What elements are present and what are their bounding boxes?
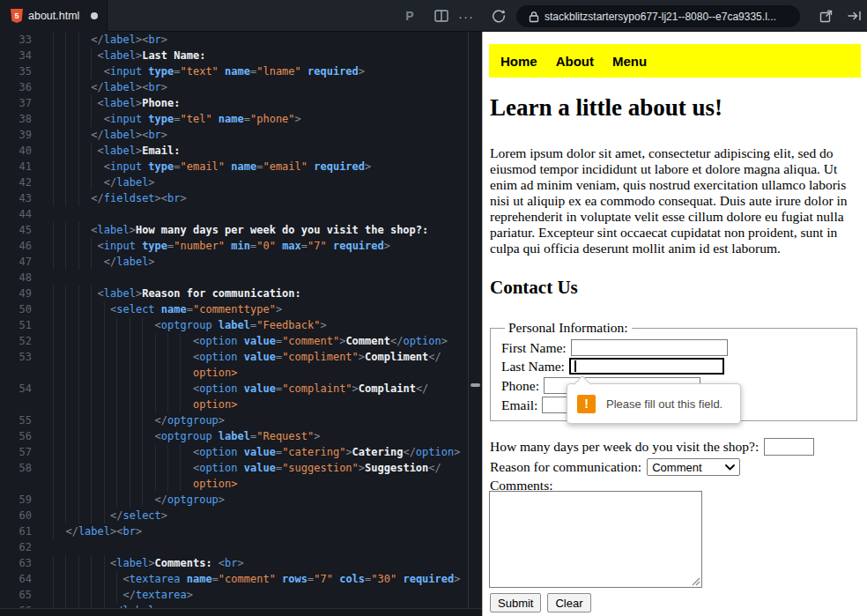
code-row[interactable]: 53<option value="compliment">Compliment<… bbox=[0, 349, 468, 365]
code-row[interactable]: 50<select name="commenttype"> bbox=[0, 301, 468, 317]
line-number: 51 bbox=[0, 317, 32, 333]
code-row[interactable]: 48 bbox=[0, 270, 468, 286]
code-row[interactable]: 38<input type="tel" name="phone"> bbox=[0, 111, 468, 127]
address-bar[interactable]: stackblitzstartersypo677-lj21--8080--e7c… bbox=[516, 5, 800, 27]
last-name-input[interactable] bbox=[569, 358, 724, 375]
code-text: <option value="compliment">Compliment</ bbox=[32, 349, 441, 365]
preview-nav-bar: HomeAboutMenu bbox=[489, 44, 861, 78]
arrow-to-bar-icon bbox=[847, 10, 863, 22]
line-number: 49 bbox=[0, 286, 32, 301]
code-text: <label>Phone: bbox=[32, 95, 181, 111]
code-row[interactable]: 52<option value="comment">Comment</optio… bbox=[0, 333, 468, 349]
line-number: 35 bbox=[0, 63, 32, 79]
code-row[interactable]: 61</label><br> bbox=[0, 523, 468, 539]
code-row[interactable]: 45<label>How many days per week do you v… bbox=[0, 222, 468, 238]
code-row[interactable]: option> bbox=[0, 476, 468, 492]
code-row[interactable]: 42</label> bbox=[0, 174, 468, 190]
line-number bbox=[0, 397, 32, 412]
line-number: 65 bbox=[0, 587, 32, 603]
nav-link-menu[interactable]: Menu bbox=[612, 54, 647, 69]
code-row[interactable]: 33</label><br> bbox=[0, 32, 468, 48]
code-row[interactable]: 59</optgroup> bbox=[0, 492, 468, 508]
indent-guides bbox=[53, 492, 155, 508]
days-per-week-input[interactable] bbox=[764, 438, 814, 456]
submit-button[interactable]: Submit bbox=[490, 593, 541, 612]
splitter-grip-handle[interactable] bbox=[471, 383, 480, 387]
code-row[interactable]: 60</select> bbox=[0, 508, 468, 523]
code-text bbox=[32, 206, 53, 222]
code-text: <input type="email" name="email" require… bbox=[32, 159, 371, 174]
code-row[interactable]: 57<option value="catering">Catering</opt… bbox=[0, 444, 468, 460]
indent-guides bbox=[53, 523, 65, 539]
indent-guides bbox=[53, 555, 110, 571]
stackblitz-window: 5 about.html P ··· stackblitzstartersypo… bbox=[0, 0, 867, 616]
line-number: 56 bbox=[0, 428, 32, 444]
split-editor-button[interactable] bbox=[430, 0, 453, 32]
code-text: <label>How many days per week do you vis… bbox=[32, 222, 428, 238]
indent-guides bbox=[53, 174, 104, 190]
indent-guides bbox=[53, 301, 110, 317]
nav-link-about[interactable]: About bbox=[556, 54, 594, 69]
code-row[interactable]: 55</optgroup> bbox=[0, 412, 468, 428]
open-in-new-window-button[interactable] bbox=[812, 0, 839, 32]
reason-row: Reason for communication: Comment bbox=[490, 458, 740, 476]
code-row[interactable]: 43</fieldset><br> bbox=[0, 190, 468, 206]
code-row[interactable]: 65</textarea> bbox=[0, 587, 468, 603]
chevron-down-icon bbox=[725, 464, 735, 471]
code-row[interactable]: 56<optgroup label="Request"> bbox=[0, 428, 468, 444]
code-row[interactable]: 39</label><br> bbox=[0, 127, 468, 143]
code-editor[interactable]: 33</label><br>34<label>Last Name:35<inpu… bbox=[0, 32, 468, 608]
code-row[interactable]: 37<label>Phone: bbox=[0, 95, 468, 111]
first-name-input[interactable] bbox=[571, 339, 728, 356]
indent-guides bbox=[53, 48, 98, 63]
clear-button[interactable]: Clear bbox=[547, 593, 590, 612]
code-row[interactable]: 51<optgroup label="Feedback"> bbox=[0, 317, 468, 333]
last-name-label: Last Name: bbox=[501, 359, 565, 375]
code-text: <input type="text" name="lname" required… bbox=[32, 63, 365, 79]
contact-us-heading: Contact Us bbox=[490, 277, 578, 299]
indent-guides bbox=[53, 79, 91, 95]
code-row[interactable]: 58<option value="suggestion">Suggestion<… bbox=[0, 460, 468, 476]
indent-guides bbox=[53, 32, 91, 48]
line-number: 57 bbox=[0, 444, 32, 460]
indent-guides bbox=[53, 444, 193, 460]
code-row[interactable]: 62 bbox=[0, 539, 468, 555]
more-actions-button[interactable]: ··· bbox=[455, 0, 478, 32]
fieldset-legend: Personal Information: bbox=[505, 320, 632, 336]
open-preview-side-button[interactable] bbox=[842, 0, 867, 32]
code-row[interactable]: 34<label>Last Name: bbox=[0, 48, 468, 63]
code-row[interactable]: option> bbox=[0, 397, 468, 412]
indent-guides bbox=[53, 428, 155, 444]
code-row[interactable]: 35<input type="text" name="lname" requir… bbox=[0, 63, 468, 79]
code-row[interactable]: 36</label><br> bbox=[0, 79, 468, 95]
reason-select[interactable]: Comment bbox=[647, 458, 740, 476]
code-row[interactable]: 63<label>Comments: <br> bbox=[0, 555, 468, 571]
nav-link-home[interactable]: Home bbox=[500, 54, 537, 69]
code-text: </fieldset><br> bbox=[32, 190, 187, 206]
editor-tab-about-html[interactable]: 5 about.html bbox=[0, 0, 107, 32]
line-number: 44 bbox=[0, 206, 32, 222]
indent-guides bbox=[53, 587, 122, 603]
prettier-format-button[interactable]: P bbox=[399, 0, 420, 32]
code-row[interactable]: 46<input type="number" min="0" max="7" r… bbox=[0, 238, 468, 254]
code-row[interactable]: 49<label>Reason for communication: bbox=[0, 286, 468, 301]
line-number: 41 bbox=[0, 159, 32, 174]
indent-guides bbox=[53, 63, 104, 79]
code-text: <input type="number" min="0" max="7" req… bbox=[32, 238, 390, 254]
code-row[interactable]: 40<label>Email: bbox=[0, 143, 468, 159]
preview-refresh-button[interactable] bbox=[486, 0, 511, 32]
code-row[interactable]: 47</label> bbox=[0, 254, 468, 270]
code-row[interactable]: option> bbox=[0, 365, 468, 381]
code-text: <textarea name="comment" rows="7" cols="… bbox=[32, 571, 460, 587]
text-caret bbox=[574, 360, 576, 372]
pane-splitter[interactable] bbox=[468, 32, 482, 616]
code-row[interactable]: 54<option value="complaint">Complaint</ bbox=[0, 381, 468, 397]
resize-grip-icon[interactable] bbox=[692, 577, 700, 586]
line-number: 64 bbox=[0, 571, 32, 587]
code-row[interactable]: 64<textarea name="comment" rows="7" cols… bbox=[0, 571, 468, 587]
top-bar: 5 about.html P ··· stackblitzstartersypo… bbox=[0, 0, 867, 32]
comments-textarea[interactable] bbox=[489, 491, 702, 588]
refresh-icon bbox=[491, 8, 507, 24]
code-row[interactable]: 41<input type="email" name="email" requi… bbox=[0, 159, 468, 174]
code-row[interactable]: 44 bbox=[0, 206, 468, 222]
